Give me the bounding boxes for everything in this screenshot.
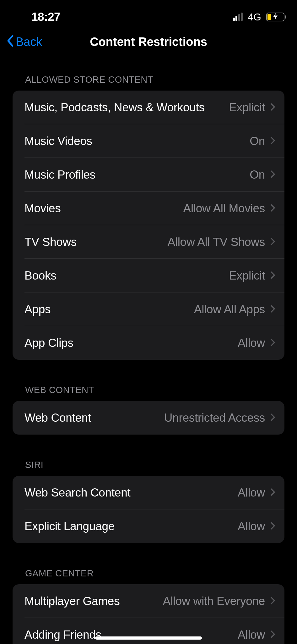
settings-group-web-content: Web Content Unrestricted Access bbox=[13, 401, 284, 435]
row-label: App Clips bbox=[24, 336, 73, 350]
status-time: 18:27 bbox=[31, 10, 60, 24]
row-label: Apps bbox=[24, 303, 51, 316]
row-value: Allow bbox=[238, 486, 265, 499]
row-label: Adding Friends bbox=[24, 628, 101, 641]
row-music-videos[interactable]: Music Videos On bbox=[13, 124, 284, 158]
chevron-right-icon bbox=[271, 413, 275, 423]
row-label: Movies bbox=[24, 202, 61, 215]
row-label: Web Search Content bbox=[24, 486, 130, 499]
row-value: Explicit bbox=[229, 101, 265, 114]
row-value: Allow bbox=[238, 520, 265, 533]
row-multiplayer-games[interactable]: Multiplayer Games Allow with Everyone bbox=[13, 584, 284, 618]
back-button[interactable]: Back bbox=[6, 35, 42, 49]
row-value: Allow bbox=[238, 628, 265, 641]
row-value: Allow with Everyone bbox=[163, 595, 265, 608]
settings-group-game-center: Multiplayer Games Allow with Everyone Ad… bbox=[13, 584, 284, 644]
row-tv-shows[interactable]: TV Shows Allow All TV Shows bbox=[13, 225, 284, 259]
row-value: Allow All TV Shows bbox=[167, 236, 265, 249]
row-web-content[interactable]: Web Content Unrestricted Access bbox=[13, 401, 284, 435]
row-label: TV Shows bbox=[24, 236, 77, 249]
section-header: SIRI bbox=[0, 435, 297, 476]
status-indicators: 4G bbox=[233, 11, 284, 23]
row-explicit-language[interactable]: Explicit Language Allow bbox=[13, 509, 284, 543]
chevron-right-icon bbox=[271, 305, 275, 314]
section-header: WEB CONTENT bbox=[0, 360, 297, 401]
row-app-clips[interactable]: App Clips Allow bbox=[13, 326, 284, 360]
cellular-signal-icon bbox=[233, 13, 243, 21]
page-title: Content Restrictions bbox=[90, 35, 207, 49]
row-value: On bbox=[250, 135, 265, 148]
row-label: Web Content bbox=[24, 411, 91, 425]
row-label: Books bbox=[24, 269, 56, 282]
status-bar: 18:27 4G bbox=[0, 0, 297, 27]
chevron-right-icon bbox=[271, 630, 275, 640]
chevron-right-icon bbox=[271, 597, 275, 606]
chevron-right-icon bbox=[271, 103, 275, 112]
charging-bolt-icon bbox=[273, 13, 278, 21]
row-label: Music Videos bbox=[24, 135, 92, 148]
navigation-bar: Back Content Restrictions bbox=[0, 27, 297, 62]
row-apps[interactable]: Apps Allow All Apps bbox=[13, 292, 284, 326]
row-books[interactable]: Books Explicit bbox=[13, 259, 284, 292]
network-type: 4G bbox=[248, 11, 261, 23]
settings-group-store-content: Music, Podcasts, News & Workouts Explici… bbox=[13, 91, 284, 360]
chevron-left-icon bbox=[6, 35, 14, 49]
chevron-right-icon bbox=[271, 522, 275, 531]
chevron-right-icon bbox=[271, 338, 275, 348]
battery-icon bbox=[266, 13, 284, 21]
row-music-profiles[interactable]: Music Profiles On bbox=[13, 158, 284, 192]
row-web-search-content[interactable]: Web Search Content Allow bbox=[13, 476, 284, 509]
section-header: ALLOWED STORE CONTENT bbox=[0, 62, 297, 91]
settings-group-siri: Web Search Content Allow Explicit Langua… bbox=[13, 476, 284, 543]
chevron-right-icon bbox=[271, 488, 275, 497]
row-value: On bbox=[250, 168, 265, 181]
row-label: Music, Podcasts, News & Workouts bbox=[24, 101, 205, 114]
chevron-right-icon bbox=[271, 204, 275, 213]
chevron-right-icon bbox=[271, 136, 275, 146]
row-value: Explicit bbox=[229, 269, 265, 282]
row-label: Explicit Language bbox=[24, 520, 115, 533]
home-indicator[interactable] bbox=[95, 636, 202, 640]
row-movies[interactable]: Movies Allow All Movies bbox=[13, 192, 284, 225]
row-label: Multiplayer Games bbox=[24, 595, 120, 608]
back-label: Back bbox=[16, 35, 42, 49]
chevron-right-icon bbox=[271, 271, 275, 280]
row-value: Allow All Movies bbox=[183, 202, 265, 215]
chevron-right-icon bbox=[271, 170, 275, 180]
row-adding-friends[interactable]: Adding Friends Allow bbox=[13, 618, 284, 644]
row-value: Unrestricted Access bbox=[164, 411, 265, 425]
row-value: Allow bbox=[238, 336, 265, 350]
row-label: Music Profiles bbox=[24, 168, 95, 181]
section-header: GAME CENTER bbox=[0, 543, 297, 584]
chevron-right-icon bbox=[271, 237, 275, 247]
row-music-podcasts-news-workouts[interactable]: Music, Podcasts, News & Workouts Explici… bbox=[13, 91, 284, 124]
row-value: Allow All Apps bbox=[194, 303, 265, 316]
